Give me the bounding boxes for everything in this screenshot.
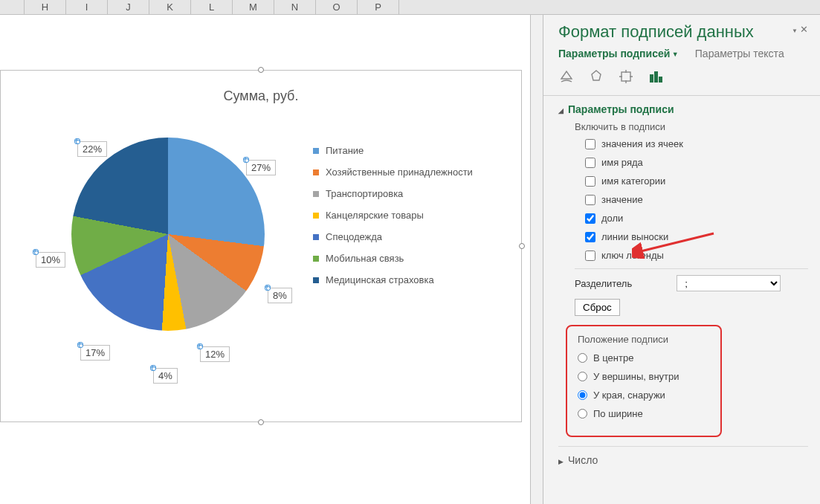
col-H[interactable]: H — [25, 0, 66, 14]
position-title: Положение подписи — [578, 334, 710, 345]
legend-swatch-icon — [313, 169, 319, 175]
legend-label: Транспортировка — [326, 188, 403, 199]
chart-title[interactable]: Сумма, руб. — [1, 88, 521, 104]
chk-leader-lines[interactable]: линии выноски — [585, 231, 808, 242]
tab-label-options[interactable]: Параметры подписей — [558, 48, 679, 59]
legend-label: Канцелярские товары — [326, 210, 424, 221]
chk-series-name[interactable]: имя ряда — [585, 157, 808, 168]
legend-swatch-icon — [313, 234, 319, 240]
svg-rect-2 — [650, 74, 653, 83]
chk-legend-key[interactable]: ключ легенды — [585, 250, 808, 261]
col-N[interactable]: N — [274, 0, 316, 14]
col-I[interactable]: I — [66, 0, 108, 14]
chk-percentage[interactable]: доли — [585, 213, 808, 224]
worksheet-area[interactable]: Сумма, руб. 27% 8% 12% — [0, 15, 531, 504]
section-number[interactable]: Число — [558, 454, 808, 466]
chk-values-from-cells[interactable]: значения из ячеек — [585, 138, 808, 149]
chart-legend[interactable]: Питание Хозяйственные принадлежности Тра… — [313, 115, 521, 421]
reset-button[interactable]: Сброс — [575, 299, 620, 316]
data-label-1[interactable]: 8% — [268, 288, 292, 303]
legend-label: Хозяйственные принадлежности — [326, 167, 473, 178]
data-label-2[interactable]: 12% — [200, 346, 230, 362]
legend-swatch-icon — [313, 256, 319, 262]
pie-chart[interactable] — [71, 138, 265, 331]
data-label-0[interactable]: 27% — [246, 160, 276, 175]
pos-inside-end[interactable]: У вершины, внутри — [578, 371, 710, 382]
legend-swatch-icon — [313, 148, 319, 154]
legend-swatch-icon — [313, 277, 319, 283]
pane-title: Формат подписей данных — [558, 22, 808, 42]
legend-label: Питание — [326, 145, 364, 156]
label-options-icon[interactable] — [648, 68, 664, 85]
chart-object[interactable]: Сумма, руб. 27% 8% 12% — [0, 70, 522, 422]
separator-label: Разделитель — [575, 278, 632, 289]
pos-outside-end[interactable]: У края, снаружи — [578, 390, 710, 401]
data-label-3[interactable]: 4% — [153, 368, 178, 384]
label-position-group: Положение подписи В центре У вершины, вн… — [566, 325, 722, 437]
pos-best-fit[interactable]: По ширине — [578, 408, 710, 419]
vertical-scrollbar[interactable] — [531, 15, 543, 504]
legend-label: Мобильная связь — [326, 253, 404, 264]
svg-marker-0 — [592, 71, 601, 80]
section-label-options[interactable]: Параметры подписи — [558, 103, 808, 115]
fill-line-icon[interactable] — [558, 68, 575, 85]
tab-text-options[interactable]: Параметры текста — [695, 48, 784, 59]
col-J[interactable]: J — [108, 0, 149, 14]
size-properties-icon[interactable] — [618, 68, 634, 85]
svg-rect-1 — [622, 72, 630, 81]
col-L[interactable]: L — [191, 0, 233, 14]
include-in-label: Включить в подписи — [575, 121, 808, 132]
col-M[interactable]: M — [233, 0, 274, 14]
pos-center[interactable]: В центре — [578, 352, 710, 364]
chk-category-name[interactable]: имя категории — [585, 175, 808, 187]
data-label-4[interactable]: 17% — [80, 345, 110, 361]
chk-value[interactable]: значение — [585, 194, 808, 205]
data-label-5[interactable]: 10% — [36, 252, 65, 268]
svg-rect-4 — [659, 77, 662, 83]
col-P[interactable]: P — [358, 0, 399, 14]
effects-icon[interactable] — [588, 68, 604, 85]
separator-select[interactable]: ; — [677, 275, 781, 291]
legend-label: Спецодежда — [326, 231, 382, 242]
pane-menu-icon[interactable]: ✕ — [792, 24, 808, 35]
legend-swatch-icon — [313, 191, 319, 197]
col-O[interactable]: O — [316, 0, 358, 14]
data-label-6[interactable]: 22% — [77, 141, 107, 157]
column-headers: H I J K L M N O P — [0, 0, 820, 15]
legend-label: Медицинская страховка — [326, 274, 434, 285]
col-K[interactable]: K — [149, 0, 191, 14]
svg-rect-3 — [654, 71, 658, 83]
resize-handle-icon[interactable] — [258, 67, 264, 73]
legend-swatch-icon — [313, 213, 319, 219]
format-pane: ✕ Формат подписей данных Параметры подпи… — [543, 15, 820, 504]
